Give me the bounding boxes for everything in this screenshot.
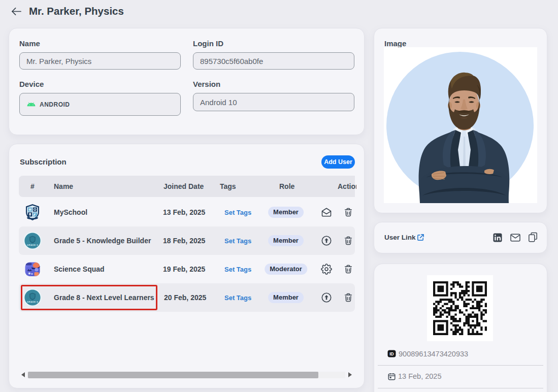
svg-text:GRADE 5: GRADE 5 <box>27 244 38 246</box>
svg-text:ID: ID <box>389 351 394 356</box>
